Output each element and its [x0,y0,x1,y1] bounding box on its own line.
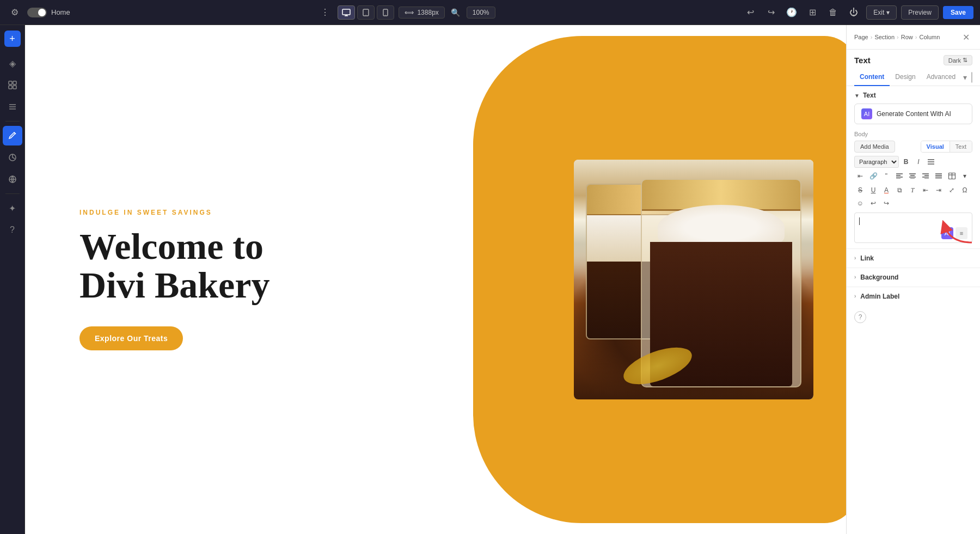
redo-icon[interactable]: ↪ [763,4,779,21]
sidebar-icon-wireframe[interactable] [3,97,22,117]
right-panel: Page › Section › Row › Column ✕ Text Dar… [846,25,980,534]
text-section-arrow: ▼ [854,93,860,99]
toolbar-copy-format[interactable]: ⧉ [893,184,905,196]
toolbar-color[interactable]: A [880,184,892,196]
sidebar-icon-global[interactable] [3,169,22,189]
timer-icon[interactable]: 🕐 [783,4,800,21]
panel-mode-toggle[interactable]: Dark ⇅ [944,55,972,65]
desktop-btn[interactable] [338,5,355,20]
visual-tab-button[interactable]: Visual [921,141,950,152]
toolbar-align-left[interactable] [893,170,905,182]
panel-view-toggle[interactable] [971,72,972,83]
background-arrow: › [854,274,856,280]
background-section-header[interactable]: › Background [854,274,972,281]
layout-icon[interactable]: ⊞ [804,4,820,21]
svg-rect-7 [9,81,12,84]
toolbar-strikethrough[interactable]: S [854,184,866,196]
toolbar-table[interactable] [946,170,958,182]
add-module-button[interactable]: + [4,31,21,47]
exit-button[interactable]: Exit ▾ [866,5,897,20]
toolbar-link[interactable]: 🔗 [867,170,879,182]
canvas-content: INDULGE IN SWEET SAVINGS Welcome to Divi… [25,25,846,534]
hero-title: Welcome to Divi Bakery [79,227,351,305]
settings-icon[interactable]: ⚙ [7,4,23,21]
toolbar-justify[interactable] [933,170,945,182]
zoom-indicator: 100% [467,7,495,19]
help-icon[interactable]: ? [854,311,866,323]
toolbar-indent-increase[interactable]: ⇥ [933,184,945,196]
svg-rect-10 [13,86,16,89]
sidebar-icon-modules[interactable] [3,75,22,95]
toolbar-quote[interactable]: " [880,170,892,182]
top-bar-left: ⚙ Home [7,4,70,21]
svg-rect-9 [9,86,12,89]
toolbar-align-center[interactable] [906,170,918,182]
tab-design[interactable]: Design [890,69,921,86]
tablet-btn[interactable] [357,5,375,20]
tab-content[interactable]: Content [854,69,890,86]
toolbar-align-right[interactable] [920,170,932,182]
sidebar-divider-2 [5,193,20,194]
explore-button[interactable]: Explore Our Treats [79,326,183,350]
history-icon[interactable]: ↩ [742,4,758,21]
ai-generate-button[interactable]: AI Generate Content With AI [854,104,972,124]
sidebar-icon-help[interactable]: ? [3,220,22,240]
add-media-button[interactable]: Add Media [854,141,895,153]
toolbar-table-dropdown[interactable]: ▾ [959,170,971,182]
tab-advanced[interactable]: Advanced [921,69,961,86]
toolbar-italic[interactable]: I [912,156,924,168]
admin-label-section: › Admin Label [847,287,980,306]
sidebar-icon-layers[interactable]: ◈ [3,53,22,73]
toolbar-undo[interactable]: ↩ [867,197,879,209]
toolbar-emoji[interactable]: ☺ [854,197,866,209]
text-tab-button[interactable]: Text [950,141,972,152]
toolbar-underline[interactable]: U [867,184,879,196]
editor-ai-button[interactable]: AI [941,227,953,239]
sidebar-icon-edit[interactable] [3,126,22,145]
visual-text-toggle: Visual Text [921,141,972,153]
top-bar: ⚙ Home ⋮ ⟺ 1388px 🔍 100% ↩ ↪ 🕐 ⊞ [0,0,980,25]
link-section-header[interactable]: › Link [854,254,972,262]
hero-left: INDULGE IN SWEET SAVINGS Welcome to Divi… [25,165,395,395]
toolbar-group-format: B I [900,156,937,168]
svg-rect-8 [13,81,16,84]
search-icon[interactable]: 🔍 [449,6,462,19]
page-name: Home [51,8,70,16]
save-button[interactable]: Save [943,6,973,19]
sidebar-icon-tools[interactable]: ✦ [3,198,22,218]
toolbar-list[interactable] [925,156,937,168]
power-icon[interactable]: ⏻ [846,4,862,21]
sidebar-icon-theme[interactable] [3,148,22,167]
breadcrumb: Page › Section › Row › Column [854,34,940,40]
editor-area[interactable]: AI ≡ [854,213,972,243]
toolbar-redo[interactable]: ↪ [880,197,892,209]
toolbar-clear-format[interactable]: T [906,184,918,196]
paragraph-select[interactable]: Paragraph Heading 1 Heading 2 [854,156,899,168]
body-label: Body [854,131,972,137]
editor-list-button[interactable]: ≡ [955,227,967,239]
hero-image-inner [574,160,813,399]
toolbar-bold[interactable]: B [900,156,912,168]
background-section-title: Background [860,274,898,281]
top-bar-right: ↩ ↪ 🕐 ⊞ 🗑 ⏻ Exit ▾ Preview Save [742,4,973,21]
canvas-area: INDULGE IN SWEET SAVINGS Welcome to Divi… [25,25,846,534]
admin-label-header[interactable]: › Admin Label [854,293,972,300]
text-section: ▼ Text AI Generate Content With AI Body … [847,86,980,248]
editor-bottom-row: AI ≡ [859,227,967,239]
text-section-header[interactable]: ▼ Text [854,92,972,99]
tab-more-button[interactable]: ▾ [961,71,969,84]
svg-point-4 [366,14,366,15]
device-buttons [338,5,394,20]
preview-button[interactable]: Preview [901,5,939,20]
toolbar-indent-out[interactable]: ⇤ [854,170,866,182]
trash-icon[interactable]: 🗑 [825,4,841,21]
more-options-icon[interactable]: ⋮ [317,4,333,21]
toolbar-expand[interactable]: ⤢ [946,184,958,196]
panel-title: Text [854,56,871,65]
theme-toggle[interactable] [27,8,47,17]
panel-close-button[interactable]: ✕ [959,31,972,44]
toolbar-special-char[interactable]: Ω [959,184,971,196]
sidebar-divider [5,121,20,122]
mobile-btn[interactable] [377,5,394,20]
toolbar-indent-decrease[interactable]: ⇤ [920,184,932,196]
